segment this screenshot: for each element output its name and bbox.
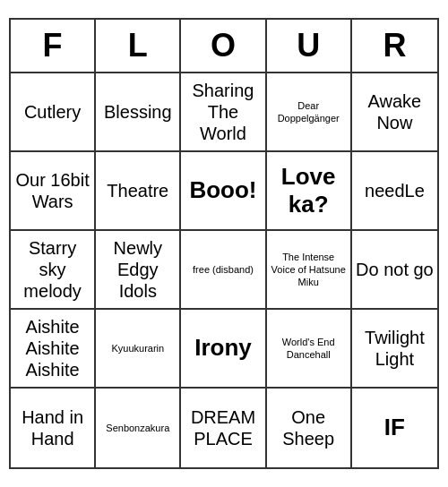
cell-text-11: Newly Edgy Idols [99, 237, 176, 302]
bingo-cell-23[interactable]: One Sheep [267, 389, 352, 467]
bingo-cell-7[interactable]: Booo! [181, 152, 266, 231]
bingo-cell-15[interactable]: Aishite Aishite Aishite [11, 310, 96, 389]
header-letter-o: O [181, 20, 266, 72]
bingo-cell-17[interactable]: Irony [181, 310, 266, 389]
cell-text-20: Hand in Hand [14, 406, 90, 449]
cell-text-21: Senbonzakura [106, 422, 169, 434]
bingo-cell-2[interactable]: Sharing The World [181, 73, 266, 152]
cell-text-16: Kyuukurarin [111, 342, 164, 355]
cell-text-13: The Intense Voice of Hatsune Miku [271, 251, 347, 289]
bingo-cell-3[interactable]: Dear Doppelgänger [267, 73, 352, 152]
cell-text-8: Love ka? [271, 163, 347, 218]
cell-text-23: One Sheep [271, 406, 347, 449]
cell-text-0: Cutlery [24, 101, 81, 123]
bingo-cell-5[interactable]: Our 16bit Wars [11, 152, 96, 231]
cell-text-18: World's End Dancehall [271, 336, 347, 362]
bingo-cell-21[interactable]: Senbonzakura [96, 389, 181, 467]
cell-text-3: Dear Doppelgänger [271, 99, 347, 125]
bingo-cell-4[interactable]: Awake Now [352, 73, 437, 152]
bingo-cell-8[interactable]: Love ka? [267, 152, 352, 231]
cell-text-12: free (disband) [193, 263, 254, 276]
bingo-cell-20[interactable]: Hand in Hand [11, 389, 96, 467]
bingo-cell-13[interactable]: The Intense Voice of Hatsune Miku [267, 231, 352, 310]
cell-text-22: DREAM PLACE [185, 406, 261, 449]
header-letter-r: R [352, 20, 437, 72]
bingo-cell-18[interactable]: World's End Dancehall [267, 310, 352, 389]
cell-text-19: Twilight Light [356, 327, 434, 370]
cell-text-4: Awake Now [356, 90, 434, 133]
cell-text-7: Booo! [189, 176, 256, 204]
cell-text-5: Our 16bit Wars [14, 169, 90, 212]
bingo-cell-14[interactable]: Do not go [352, 231, 437, 310]
bingo-card: FLOUR CutleryBlessingSharing The WorldDe… [9, 18, 439, 469]
header-letter-u: U [267, 20, 352, 72]
cell-text-15: Aishite Aishite Aishite [14, 316, 90, 380]
bingo-cell-9[interactable]: needLe [352, 152, 437, 231]
bingo-cell-10[interactable]: Starry sky melody [11, 231, 96, 310]
bingo-cell-11[interactable]: Newly Edgy Idols [96, 231, 181, 310]
bingo-cell-16[interactable]: Kyuukurarin [96, 310, 181, 389]
cell-text-24: IF [384, 414, 405, 441]
bingo-grid: CutleryBlessingSharing The WorldDear Dop… [11, 73, 437, 467]
cell-text-14: Do not go [356, 259, 434, 280]
cell-text-10: Starry sky melody [14, 237, 90, 302]
cell-text-17: Irony [194, 334, 252, 362]
bingo-cell-22[interactable]: DREAM PLACE [181, 389, 266, 467]
cell-text-1: Blessing [104, 101, 172, 123]
cell-text-2: Sharing The World [185, 80, 261, 144]
header-letter-f: F [11, 20, 96, 72]
bingo-header: FLOUR [11, 20, 437, 73]
bingo-cell-6[interactable]: Theatre [96, 152, 181, 231]
bingo-cell-24[interactable]: IF [352, 389, 437, 467]
header-letter-l: L [96, 20, 181, 72]
bingo-cell-12[interactable]: free (disband) [181, 231, 266, 310]
cell-text-6: Theatre [107, 180, 168, 201]
bingo-cell-1[interactable]: Blessing [96, 73, 181, 152]
cell-text-9: needLe [365, 180, 425, 201]
bingo-cell-0[interactable]: Cutlery [11, 73, 96, 152]
bingo-cell-19[interactable]: Twilight Light [352, 310, 437, 389]
